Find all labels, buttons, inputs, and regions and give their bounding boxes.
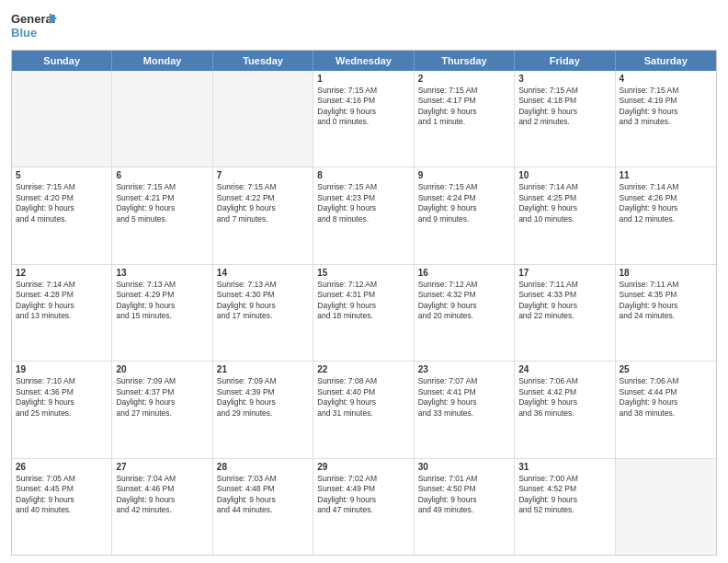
day-header-saturday: Saturday (616, 51, 716, 71)
day-cell (616, 459, 716, 555)
day-cell: 17Sunrise: 7:11 AM Sunset: 4:33 PM Dayli… (515, 265, 615, 361)
day-number: 10 (518, 170, 610, 180)
day-info: Sunrise: 7:15 AM Sunset: 4:19 PM Dayligh… (620, 86, 712, 128)
day-cell: 2Sunrise: 7:15 AM Sunset: 4:17 PM Daylig… (415, 71, 515, 167)
day-number: 1 (317, 74, 409, 84)
day-number: 23 (418, 364, 510, 374)
week-row: 19Sunrise: 7:10 AM Sunset: 4:36 PM Dayli… (12, 361, 716, 457)
day-header-tuesday: Tuesday (213, 51, 313, 71)
page-container: GeneralBlue SundayMondayTuesdayWednesday… (0, 0, 728, 563)
day-cell: 12Sunrise: 7:14 AM Sunset: 4:28 PM Dayli… (12, 265, 112, 361)
day-cell: 24Sunrise: 7:06 AM Sunset: 4:42 PM Dayli… (515, 362, 615, 457)
day-info: Sunrise: 7:12 AM Sunset: 4:32 PM Dayligh… (418, 280, 510, 322)
day-number: 8 (317, 170, 409, 180)
day-cell: 8Sunrise: 7:15 AM Sunset: 4:23 PM Daylig… (313, 167, 414, 263)
day-info: Sunrise: 7:15 AM Sunset: 4:24 PM Dayligh… (418, 182, 510, 224)
day-number: 30 (418, 462, 510, 472)
day-cell (112, 71, 212, 167)
day-headers: SundayMondayTuesdayWednesdayThursdayFrid… (12, 51, 716, 71)
day-cell: 1Sunrise: 7:15 AM Sunset: 4:16 PM Daylig… (313, 71, 414, 167)
day-header-sunday: Sunday (12, 51, 112, 71)
day-number: 27 (116, 462, 208, 472)
day-cell: 26Sunrise: 7:05 AM Sunset: 4:45 PM Dayli… (12, 459, 112, 555)
day-cell: 9Sunrise: 7:15 AM Sunset: 4:24 PM Daylig… (415, 167, 515, 263)
day-number: 6 (116, 170, 208, 180)
day-number: 4 (620, 74, 712, 84)
day-cell: 10Sunrise: 7:14 AM Sunset: 4:25 PM Dayli… (515, 167, 615, 263)
day-header-thursday: Thursday (415, 51, 515, 71)
day-number: 5 (16, 170, 108, 180)
day-cell: 11Sunrise: 7:14 AM Sunset: 4:26 PM Dayli… (616, 167, 716, 263)
day-info: Sunrise: 7:12 AM Sunset: 4:31 PM Dayligh… (317, 280, 409, 322)
day-number: 11 (620, 170, 712, 180)
day-number: 22 (317, 364, 409, 374)
day-cell: 16Sunrise: 7:12 AM Sunset: 4:32 PM Dayli… (415, 265, 515, 361)
day-info: Sunrise: 7:08 AM Sunset: 4:40 PM Dayligh… (317, 376, 409, 419)
logo-icon: GeneralBlue (11, 9, 57, 42)
day-number: 13 (116, 268, 208, 278)
day-cell: 4Sunrise: 7:15 AM Sunset: 4:19 PM Daylig… (616, 71, 716, 167)
day-cell: 22Sunrise: 7:08 AM Sunset: 4:40 PM Dayli… (313, 362, 414, 457)
day-number: 7 (217, 170, 309, 180)
day-cell: 7Sunrise: 7:15 AM Sunset: 4:22 PM Daylig… (213, 167, 313, 263)
week-row: 5Sunrise: 7:15 AM Sunset: 4:20 PM Daylig… (12, 167, 716, 263)
day-info: Sunrise: 7:15 AM Sunset: 4:17 PM Dayligh… (418, 86, 510, 128)
week-row: 12Sunrise: 7:14 AM Sunset: 4:28 PM Dayli… (12, 264, 716, 361)
day-number: 26 (16, 462, 108, 472)
day-number: 16 (418, 268, 510, 278)
day-info: Sunrise: 7:11 AM Sunset: 4:33 PM Dayligh… (518, 280, 610, 322)
day-number: 17 (518, 268, 610, 278)
weeks-container: 1Sunrise: 7:15 AM Sunset: 4:16 PM Daylig… (12, 71, 716, 555)
day-cell: 14Sunrise: 7:13 AM Sunset: 4:30 PM Dayli… (213, 265, 313, 361)
day-info: Sunrise: 7:15 AM Sunset: 4:16 PM Dayligh… (317, 86, 409, 128)
day-info: Sunrise: 7:09 AM Sunset: 4:39 PM Dayligh… (217, 376, 309, 419)
day-info: Sunrise: 7:14 AM Sunset: 4:28 PM Dayligh… (16, 280, 108, 322)
day-info: Sunrise: 7:06 AM Sunset: 4:44 PM Dayligh… (620, 376, 712, 419)
day-cell: 21Sunrise: 7:09 AM Sunset: 4:39 PM Dayli… (213, 362, 313, 457)
day-info: Sunrise: 7:15 AM Sunset: 4:21 PM Dayligh… (116, 182, 208, 224)
day-cell: 30Sunrise: 7:01 AM Sunset: 4:50 PM Dayli… (415, 459, 515, 555)
day-info: Sunrise: 7:11 AM Sunset: 4:35 PM Dayligh… (620, 280, 712, 322)
day-header-wednesday: Wednesday (313, 51, 414, 71)
day-info: Sunrise: 7:13 AM Sunset: 4:30 PM Dayligh… (217, 280, 309, 322)
day-number: 28 (217, 462, 309, 472)
day-info: Sunrise: 7:00 AM Sunset: 4:52 PM Dayligh… (518, 474, 610, 516)
day-cell: 13Sunrise: 7:13 AM Sunset: 4:29 PM Dayli… (112, 265, 212, 361)
day-info: Sunrise: 7:15 AM Sunset: 4:20 PM Dayligh… (16, 182, 108, 224)
day-number: 19 (16, 364, 108, 374)
day-number: 2 (418, 74, 510, 84)
day-cell (12, 71, 112, 167)
day-number: 3 (518, 74, 610, 84)
day-number: 24 (518, 364, 610, 374)
day-info: Sunrise: 7:10 AM Sunset: 4:36 PM Dayligh… (16, 376, 108, 419)
calendar: SundayMondayTuesdayWednesdayThursdayFrid… (11, 50, 717, 556)
week-row: 1Sunrise: 7:15 AM Sunset: 4:16 PM Daylig… (12, 71, 716, 167)
day-number: 25 (620, 364, 712, 374)
day-info: Sunrise: 7:14 AM Sunset: 4:26 PM Dayligh… (620, 182, 712, 224)
day-cell: 6Sunrise: 7:15 AM Sunset: 4:21 PM Daylig… (112, 167, 212, 263)
day-info: Sunrise: 7:06 AM Sunset: 4:42 PM Dayligh… (518, 376, 610, 419)
day-number: 12 (16, 268, 108, 278)
day-number: 31 (518, 462, 610, 472)
day-info: Sunrise: 7:02 AM Sunset: 4:49 PM Dayligh… (317, 474, 409, 516)
day-info: Sunrise: 7:15 AM Sunset: 4:23 PM Dayligh… (317, 182, 409, 224)
day-info: Sunrise: 7:13 AM Sunset: 4:29 PM Dayligh… (116, 280, 208, 322)
day-cell: 20Sunrise: 7:09 AM Sunset: 4:37 PM Dayli… (112, 362, 212, 457)
day-cell: 25Sunrise: 7:06 AM Sunset: 4:44 PM Dayli… (616, 362, 716, 457)
logo: GeneralBlue (11, 9, 57, 42)
day-cell: 3Sunrise: 7:15 AM Sunset: 4:18 PM Daylig… (515, 71, 615, 167)
day-number: 20 (116, 364, 208, 374)
day-header-monday: Monday (112, 51, 212, 71)
day-info: Sunrise: 7:15 AM Sunset: 4:18 PM Dayligh… (518, 86, 610, 128)
day-cell: 19Sunrise: 7:10 AM Sunset: 4:36 PM Dayli… (12, 362, 112, 457)
day-number: 15 (317, 268, 409, 278)
day-info: Sunrise: 7:01 AM Sunset: 4:50 PM Dayligh… (418, 474, 510, 516)
day-cell (213, 71, 313, 167)
day-header-friday: Friday (515, 51, 615, 71)
day-cell: 15Sunrise: 7:12 AM Sunset: 4:31 PM Dayli… (313, 265, 414, 361)
day-info: Sunrise: 7:04 AM Sunset: 4:46 PM Dayligh… (116, 474, 208, 516)
day-number: 9 (418, 170, 510, 180)
page-header: GeneralBlue (11, 9, 717, 42)
day-cell: 31Sunrise: 7:00 AM Sunset: 4:52 PM Dayli… (515, 459, 615, 555)
day-number: 21 (217, 364, 309, 374)
